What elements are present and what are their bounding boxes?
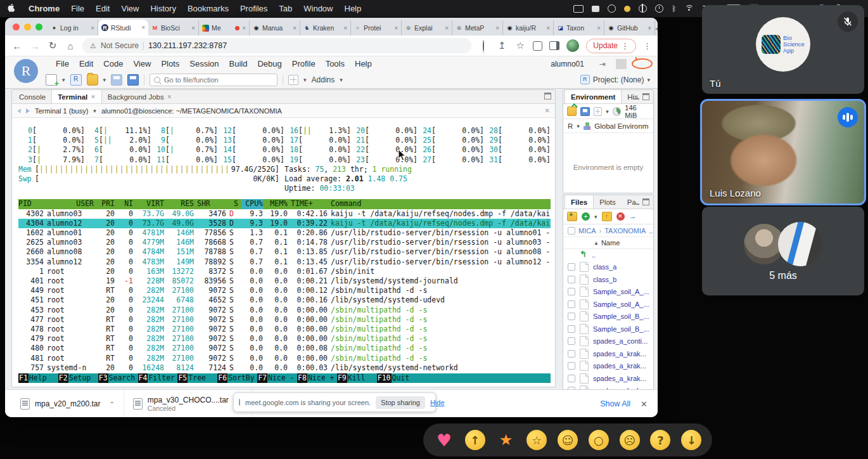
file-checkbox[interactable] [568, 301, 575, 308]
goto-file-function-input[interactable] [150, 74, 278, 86]
wifi-icon[interactable] [685, 5, 694, 12]
minimize-pane-icon[interactable] [633, 199, 639, 205]
reaction-emoji[interactable]: ♥ [434, 430, 454, 450]
pane-tab[interactable]: Background Jobs ✕ [102, 90, 177, 103]
menu-bar-item[interactable]: View [115, 4, 144, 13]
menu-bar-item[interactable]: Chrome [23, 4, 65, 13]
browser-tab[interactable]: ≈ Protei × [351, 20, 402, 36]
close-window-button[interactable] [13, 23, 20, 30]
home-button[interactable]: ⌂ [65, 41, 76, 51]
rstudio-menu-item[interactable]: Code [98, 59, 128, 68]
sign-out-icon[interactable]: ⇥ [594, 60, 611, 68]
addins-dropdown[interactable]: Addins [312, 75, 335, 84]
profile-avatar[interactable] [566, 39, 579, 52]
pane-tab[interactable]: Console ✕ [13, 90, 51, 103]
select-all-checkbox[interactable] [568, 227, 575, 235]
participant-tile-speaker[interactable]: Luis Lozano [700, 99, 866, 205]
scope-selector[interactable]: Global Environmen [594, 122, 649, 130]
file-row[interactable]: Sample_soil_A_... [563, 298, 653, 311]
screen-mirroring-icon[interactable] [573, 5, 584, 13]
tab-close-icon[interactable]: × [242, 25, 246, 32]
file-name[interactable]: spades_a_krak... [593, 350, 646, 358]
address-bar[interactable]: ⚠ Not Secure 130.211.197.232:8787 [82, 38, 471, 53]
save-all-icon[interactable] [127, 74, 139, 86]
save-workspace-icon[interactable] [580, 107, 589, 116]
reaction-emoji[interactable]: ↓ [681, 430, 701, 450]
rstudio-menu-item[interactable]: Edit [74, 59, 98, 68]
rstudio-menu-item[interactable]: Build [224, 59, 253, 68]
file-checkbox[interactable] [568, 263, 575, 271]
bluetooth-icon[interactable]: ᛒ [672, 4, 676, 13]
breadcrumb-more-button[interactable]: ... [649, 227, 654, 235]
bookmark-star-icon[interactable]: ☆ [514, 40, 526, 51]
file-name[interactable]: class_a [593, 263, 616, 271]
file-row[interactable]: spades_a_krak... [563, 385, 653, 390]
tab-close-icon[interactable]: × [394, 25, 398, 32]
pane-tab-close-icon[interactable]: ✕ [167, 94, 172, 100]
file-name[interactable]: Sample_soil_A_... [593, 288, 649, 295]
file-checkbox[interactable] [568, 375, 575, 382]
reaction-emoji[interactable]: ↑ [465, 430, 485, 450]
open-recent-caret-icon[interactable]: ▾ [103, 77, 106, 83]
camera-icon[interactable] [608, 4, 616, 13]
file-name[interactable]: spades_a_krak... [593, 387, 646, 389]
file-checkbox[interactable] [568, 362, 575, 370]
zoom-icon[interactable] [478, 41, 489, 51]
menu-bar-item[interactable]: Profiles [234, 4, 273, 13]
file-row[interactable]: spades_a_krak... [563, 347, 653, 360]
reaction-emoji[interactable]: ? [650, 430, 670, 450]
browser-tab[interactable]: ⊕ MetaP × [452, 20, 503, 36]
reload-button[interactable]: ↻ [47, 40, 58, 51]
file-checkbox[interactable] [568, 288, 575, 295]
breadcrumb-current[interactable]: TAXONOMIA [604, 227, 646, 235]
file-name[interactable]: spades_a_conti... [593, 337, 648, 345]
browser-tab[interactable]: ♞ Kraken × [300, 20, 351, 36]
previous-terminal-icon[interactable] [17, 108, 21, 113]
pane-tab[interactable]: Files [565, 195, 594, 209]
browser-tab[interactable]: R RStudi × [98, 20, 148, 36]
menu-bar-item[interactable]: Help [339, 4, 367, 13]
file-checkbox[interactable] [568, 337, 575, 345]
new-tab-button[interactable]: + [655, 20, 658, 36]
menu-bar-item[interactable]: Edit [90, 4, 115, 13]
language-selector[interactable]: R [568, 122, 573, 130]
new-folder-icon[interactable] [567, 212, 577, 221]
file-name[interactable]: spades_a_krak... [593, 375, 646, 382]
menu-bar-item[interactable]: Tab [273, 4, 298, 13]
rstudio-menu-item[interactable]: Debug [252, 59, 286, 68]
file-name[interactable]: Sample_soil_B_... [593, 325, 649, 333]
browser-tab[interactable]: ◉ kaiju/R × [503, 20, 554, 36]
file-row[interactable]: class_a [563, 261, 653, 274]
chrome-update-button[interactable]: Update⋮ [586, 39, 636, 53]
browser-tab[interactable]: Me × [199, 20, 250, 36]
file-row[interactable]: spades_a_krak... [563, 372, 653, 385]
file-name[interactable]: class_b [593, 276, 616, 283]
new-file-caret-icon[interactable]: ▾ [62, 77, 65, 83]
rstudio-menu-item[interactable]: Session [184, 59, 224, 68]
tab-close-icon[interactable]: × [546, 25, 550, 32]
file-checkbox[interactable] [568, 325, 575, 333]
file-name[interactable]: Sample_soil_B_... [593, 313, 649, 320]
maximize-pane-icon[interactable] [642, 93, 649, 100]
minimize-window-button[interactable] [24, 23, 31, 30]
browser-menu-icon[interactable]: ⋮ [643, 41, 651, 51]
file-name[interactable]: Sample_soil_A_... [593, 301, 649, 308]
rstudio-menu-item[interactable]: Help [350, 59, 377, 68]
screen-time-icon[interactable] [639, 4, 647, 13]
download-item[interactable]: mpa_v20_m200.tar ⌃ [11, 390, 124, 417]
menu-bar-item[interactable]: History [144, 4, 181, 13]
import-dataset-icon[interactable] [594, 107, 602, 116]
tab-close-icon[interactable]: × [191, 25, 195, 32]
pane-tab[interactable]: Plots [594, 195, 622, 209]
menu-bar-item[interactable]: Window [298, 4, 338, 13]
tab-close-icon[interactable]: × [91, 25, 94, 32]
reaction-emoji[interactable]: ☺ [558, 430, 578, 450]
rstudio-menu-item[interactable]: File [51, 59, 74, 68]
browser-tab[interactable]: ◉ Manua × [250, 20, 300, 36]
minimize-pane-icon[interactable] [633, 94, 639, 100]
file-row[interactable]: spades_a_conti... [563, 335, 653, 348]
tab-close-icon[interactable]: × [648, 25, 651, 32]
file-row[interactable]: class_b [563, 273, 653, 286]
participant-tile-others[interactable]: 5 más [702, 207, 864, 295]
forward-button[interactable]: → [29, 41, 41, 51]
